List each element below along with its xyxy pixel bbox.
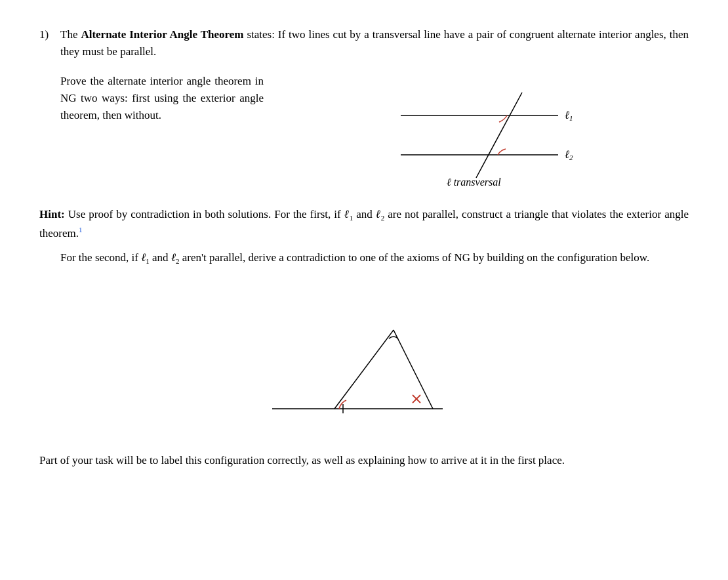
hint-label: Hint: <box>39 208 65 220</box>
svg-line-2 <box>476 93 522 178</box>
prove-text: Prove the alternate interior angle theor… <box>60 73 264 125</box>
svg-line-9 <box>394 330 433 409</box>
problem-header: 1) The Alternate Interior Angle Theorem … <box>39 26 689 61</box>
hint-section: Hint: Use proof by contradiction in both… <box>39 205 689 242</box>
problem-statement: The Alternate Interior Angle Theorem sta… <box>60 26 689 61</box>
svg-line-8 <box>334 330 394 409</box>
final-text: Part of your task will be to label this … <box>39 451 689 469</box>
transversal-svg: ℓ1 ℓ2 ℓ transversal <box>381 79 591 191</box>
footnote-1: 1 <box>79 226 83 234</box>
svg-text:ℓ1: ℓ1 <box>565 109 573 122</box>
intro-text: The <box>60 28 81 41</box>
svg-text:ℓ2: ℓ2 <box>565 148 573 161</box>
svg-text:ℓ transversal: ℓ transversal <box>447 176 501 188</box>
problem-number: 1) <box>39 26 60 61</box>
triangle-svg <box>233 287 495 432</box>
hint-text: Use proof by contradiction in both solut… <box>39 208 689 239</box>
prove-section: Prove the alternate interior angle theor… <box>60 73 689 191</box>
theorem-name: Alternate Interior Angle Theorem <box>81 28 243 41</box>
transversal-diagram: ℓ1 ℓ2 ℓ transversal <box>283 73 689 191</box>
problem-container: 1) The Alternate Interior Angle Theorem … <box>39 26 689 469</box>
second-hint: For the second, if ℓ1 and ℓ2 aren't para… <box>60 249 689 268</box>
triangle-diagram-container <box>39 287 689 432</box>
